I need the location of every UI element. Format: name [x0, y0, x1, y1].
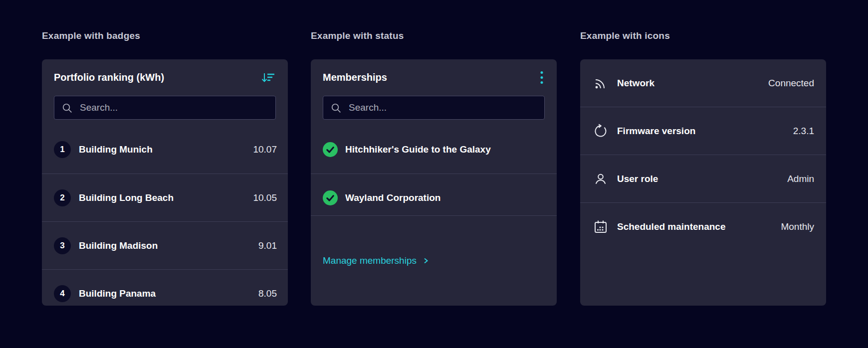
- device-row: Network Connected: [580, 59, 826, 107]
- card-footer: Manage memberships: [311, 215, 557, 306]
- rank-badge: 2: [54, 189, 71, 206]
- manage-memberships-label: Manage memberships: [323, 255, 417, 266]
- building-name: Building Panama: [79, 288, 156, 299]
- check-circle-icon: [323, 190, 338, 205]
- refresh-icon: [593, 124, 608, 139]
- icons-example-section: Example with icons Network Connected: [580, 30, 826, 306]
- check-circle-icon: [323, 142, 338, 157]
- device-row: Firmware version 2.3.1: [580, 107, 826, 155]
- membership-name: Wayland Corporation: [345, 192, 440, 203]
- card-header: Memberships: [311, 59, 557, 96]
- ranking-value: 9.01: [258, 240, 277, 251]
- device-info-card: Network Connected Firmware version 2.3.1: [580, 59, 826, 306]
- ranking-value: 10.07: [253, 144, 277, 155]
- search-icon: [61, 102, 73, 114]
- canvas: Example with badges Portfolio ranking (k…: [0, 0, 868, 348]
- device-value: Connected: [768, 78, 814, 89]
- section-heading-icons: Example with icons: [580, 30, 826, 42]
- card-title: Portfolio ranking (kWh): [54, 72, 164, 83]
- device-value: Monthly: [781, 221, 814, 232]
- building-name: Building Madison: [79, 240, 158, 251]
- badges-example-section: Example with badges Portfolio ranking (k…: [42, 30, 288, 306]
- card-header: Portfolio ranking (kWh): [42, 59, 288, 96]
- membership-row: Hitchhiker's Guide to the Galaxy: [311, 126, 557, 174]
- ranking-row: 4 Building Panama 8.05: [42, 269, 288, 306]
- ranking-row: 3 Building Madison 9.01: [42, 221, 288, 269]
- membership-name: Hitchhiker's Guide to the Galaxy: [345, 144, 491, 155]
- ranking-row: 2 Building Long Beach 10.05: [42, 174, 288, 221]
- device-label: Network: [617, 78, 654, 89]
- section-heading-status: Example with status: [311, 30, 557, 42]
- device-label: Firmware version: [617, 126, 695, 137]
- sort-descending-button[interactable]: [260, 71, 276, 85]
- device-row: Scheduled maintenance Monthly: [580, 203, 826, 251]
- sort-descending-icon: [261, 72, 275, 84]
- calendar-icon: [593, 219, 608, 234]
- ranking-value: 10.05: [253, 192, 277, 203]
- status-example-section: Example with status Memberships: [311, 30, 557, 306]
- search-input[interactable]: [79, 102, 268, 114]
- device-value: Admin: [787, 174, 814, 184]
- search-icon: [330, 102, 342, 114]
- kebab-menu-button[interactable]: [539, 70, 545, 85]
- rank-badge: 3: [54, 237, 71, 254]
- device-value: 2.3.1: [793, 126, 814, 137]
- search-input[interactable]: [348, 102, 537, 114]
- kebab-menu-icon: [540, 71, 544, 84]
- membership-row: Wayland Corporation: [311, 174, 557, 215]
- ranking-list: 1 Building Munich 10.07 2 Building Long …: [42, 126, 288, 306]
- card-title: Memberships: [323, 72, 387, 83]
- rank-badge: 1: [54, 141, 71, 158]
- manage-memberships-link[interactable]: Manage memberships: [323, 255, 429, 266]
- portfolio-ranking-card: Portfolio ranking (kWh): [42, 59, 288, 306]
- search-field[interactable]: [323, 96, 545, 120]
- network-signal-icon: [593, 76, 608, 91]
- building-name: Building Long Beach: [79, 192, 174, 203]
- building-name: Building Munich: [79, 144, 153, 155]
- device-row: User role Admin: [580, 155, 826, 203]
- search-field[interactable]: [54, 96, 276, 120]
- memberships-card: Memberships: [311, 59, 557, 306]
- section-heading-badges: Example with badges: [42, 30, 288, 42]
- device-label: User role: [617, 174, 658, 184]
- memberships-list: Hitchhiker's Guide to the Galaxy Wayland…: [311, 126, 557, 215]
- rank-badge: 4: [54, 285, 71, 302]
- ranking-value: 8.05: [258, 288, 277, 299]
- user-icon: [593, 172, 608, 186]
- chevron-right-icon: [423, 257, 429, 265]
- ranking-row: 1 Building Munich 10.07: [42, 126, 288, 174]
- device-label: Scheduled maintenance: [617, 221, 726, 232]
